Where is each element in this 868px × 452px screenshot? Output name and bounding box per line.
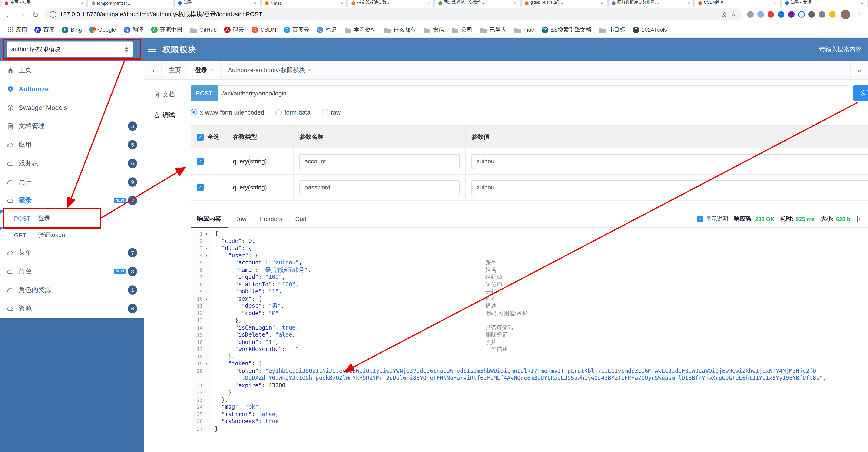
fold-toggle-icon[interactable]: ▾: [203, 360, 210, 368]
bookmark-item[interactable]: GitHub: [186, 25, 220, 34]
browser-tab[interactable]: CSDN博客×: [694, 0, 780, 6]
sidebar-item-Swagger Models[interactable]: Swagger Models: [0, 98, 144, 117]
bookmark-item[interactable]: 已导入: [476, 24, 509, 35]
translate-icon[interactable]: 文: [721, 10, 727, 19]
page-info-icon[interactable]: i: [50, 11, 56, 18]
body-type-option[interactable]: raw: [321, 109, 341, 116]
sidebar-item-登录[interactable]: 登录NEW2: [0, 191, 144, 210]
tab-close-icon[interactable]: ×: [601, 1, 603, 6]
tab-close-icon[interactable]: ×: [308, 67, 311, 73]
fullscreen-icon[interactable]: [857, 216, 863, 222]
capture-extension-icon[interactable]: [747, 11, 754, 18]
bookmark-item[interactable]: T1024Tools: [629, 25, 670, 34]
tab-close-icon[interactable]: ×: [427, 1, 430, 6]
subnav-文档[interactable]: 文档: [144, 84, 184, 105]
tab-close-icon[interactable]: ×: [167, 1, 170, 6]
sidebar-item-服务表[interactable]: 服务表6: [0, 154, 144, 173]
pinwheel-extension-icon[interactable]: [829, 11, 835, 18]
param-value-input[interactable]: zuihou: [471, 180, 868, 195]
radio-icon[interactable]: [275, 109, 282, 115]
bookmark-item[interactable]: 记笔记: [313, 24, 340, 35]
header-search-placeholder[interactable]: 请输入搜索内容: [819, 45, 862, 54]
send-button[interactable]: 发送: [853, 85, 868, 101]
bookmark-item[interactable]: Google: [86, 25, 119, 34]
open-tab-登录[interactable]: 登录×: [188, 61, 221, 79]
subnav-调试[interactable]: 调试: [144, 105, 184, 125]
bookmark-star-icon[interactable]: ☆: [731, 11, 736, 18]
tab-close-icon[interactable]: ×: [514, 1, 517, 6]
request-path-input[interactable]: /api/authority/anno/login: [218, 85, 849, 101]
select-all-checkbox[interactable]: [197, 133, 204, 140]
response-tab-Curl[interactable]: Curl: [289, 210, 313, 227]
sidebar-item-角色[interactable]: 角色NEW8: [0, 262, 144, 281]
browser-menu-icon[interactable]: ⋮: [856, 11, 862, 18]
bookmark-item[interactable]: G码云: [221, 24, 247, 35]
tab-close-icon[interactable]: ×: [861, 1, 863, 6]
tabs-scroll-left[interactable]: «: [144, 61, 162, 79]
forward-icon[interactable]: →: [19, 11, 26, 18]
show-desc-checkbox[interactable]: [698, 216, 704, 222]
url-bar[interactable]: i 127.0.0.1:8760/api/gate/doc.html#/auth…: [44, 8, 742, 21]
sidebar-item-菜单[interactable]: 菜单7: [0, 244, 144, 262]
hamburger-icon[interactable]: [148, 47, 156, 52]
bookmark-item[interactable]: 译翻译: [120, 24, 147, 35]
body-type-option[interactable]: form-data: [275, 109, 310, 116]
bookmark-item[interactable]: 云百度云: [280, 24, 312, 35]
bookmark-item[interactable]: 微信: [420, 24, 447, 35]
bookmark-item[interactable]: 什么都有: [380, 24, 419, 35]
browser-tab[interactable]: temporary-intern…×: [88, 0, 174, 6]
browser-tab[interactable]: 主页 - 知乎×: [1, 0, 87, 6]
response-tab-Headers[interactable]: Headers: [253, 210, 289, 227]
bookmark-item[interactable]: CCSDN: [248, 25, 279, 34]
sidebar-item-角色的资源[interactable]: 角色的资源1: [0, 281, 144, 299]
param-name-input[interactable]: account: [300, 154, 460, 169]
sidebar-item-资源[interactable]: 资源6: [0, 299, 144, 318]
url-text[interactable]: 127.0.0.1:8760/api/gate/doc.html#/author…: [60, 10, 718, 19]
sidebar-item-用户[interactable]: 用户9: [0, 173, 144, 191]
sidebar-item-文档管理[interactable]: 文档管理3: [0, 117, 144, 136]
response-tab-Raw[interactable]: Raw: [228, 210, 253, 227]
bookmark-item[interactable]: bBing: [59, 25, 85, 34]
browser-tab[interactable]: 图解数据库参数批量…×: [608, 0, 694, 6]
param-name-input[interactable]: password: [300, 180, 460, 195]
tab-close-icon[interactable]: ×: [254, 1, 256, 6]
profile-avatar[interactable]: [841, 10, 850, 19]
sidebar-op-get-验证token[interactable]: GET验证token: [0, 227, 144, 244]
module-select[interactable]: authority-权限模块: [6, 41, 133, 57]
fold-toggle-icon[interactable]: ▾: [203, 252, 210, 259]
bookmark-item[interactable]: 公司: [448, 24, 475, 35]
response-tab-响应内容[interactable]: 响应内容: [191, 210, 228, 227]
bookmark-item[interactable]: 应用: [5, 24, 30, 35]
back-icon[interactable]: ←: [6, 11, 12, 18]
ring-extension-icon[interactable]: [798, 11, 805, 18]
param-value-input[interactable]: zuihou: [471, 154, 868, 169]
sidebar-item-Authorize[interactable]: Authorize: [0, 80, 144, 98]
open-tab-主页[interactable]: 主页: [162, 61, 188, 79]
radio-icon[interactable]: [191, 109, 197, 115]
bookmark-item[interactable]: 学习资料: [341, 24, 379, 35]
sidebar-op-post-登录[interactable]: POST登录: [0, 210, 144, 227]
tab-close-icon[interactable]: ×: [81, 1, 83, 6]
google-extension-icon[interactable]: [768, 11, 774, 18]
browser-tab[interactable]: 固定线程池与负载均…×: [434, 0, 520, 6]
bookmark-item[interactable]: ESES搜索引擎文档: [538, 24, 595, 35]
reload-icon[interactable]: ↻: [33, 11, 38, 18]
bookmark-item[interactable]: 百百度: [31, 24, 58, 35]
tab-close-icon[interactable]: ×: [774, 1, 777, 6]
open-tab-Authorize-authority-权限模块[interactable]: Authorize-authority-权限模块×: [221, 61, 319, 79]
browser-tab[interactable]: 知乎×: [174, 0, 260, 6]
browser-tab[interactable]: gitlab push代码…×: [521, 0, 607, 6]
param-checkbox[interactable]: [197, 158, 204, 165]
shield-extension-icon[interactable]: [808, 11, 815, 18]
tool-extension-icon[interactable]: [819, 11, 825, 18]
tab-close-icon[interactable]: ×: [211, 67, 214, 73]
bookmark-item[interactable]: C开源中国: [148, 24, 185, 35]
sidebar-item-应用[interactable]: 应用5: [0, 136, 144, 154]
fold-toggle-icon[interactable]: ▾: [203, 245, 210, 252]
purple-extension-icon[interactable]: [788, 11, 795, 18]
tabs-scroll-right[interactable]: »: [850, 61, 868, 79]
fold-toggle-icon[interactable]: ▾: [203, 295, 210, 303]
sidebar-item-主页[interactable]: 主页: [0, 61, 144, 80]
browser-tab[interactable]: 指定线程池参数…×: [348, 0, 434, 6]
bookmark-item[interactable]: mac: [510, 25, 537, 34]
